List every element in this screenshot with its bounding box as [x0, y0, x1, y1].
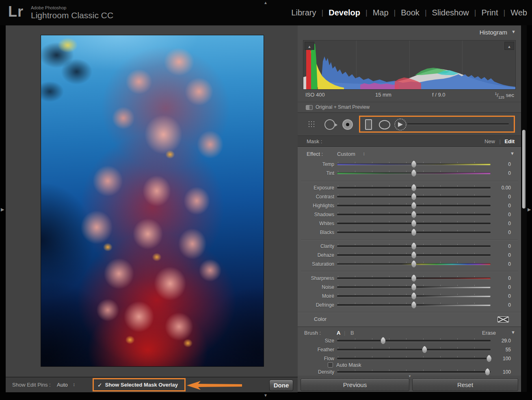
slider-row-shadows: Shadows0 — [298, 210, 521, 219]
nav-separator: | — [474, 9, 476, 17]
size-value: 29.0 — [502, 338, 511, 344]
sharpness-slider[interactable] — [337, 277, 491, 279]
nav-library[interactable]: Library — [291, 8, 316, 17]
whites-slider[interactable] — [337, 223, 491, 224]
dehaze-slider[interactable] — [337, 254, 491, 256]
feather-label: Feather — [298, 347, 334, 353]
feather-value: 55 — [506, 347, 511, 353]
contrast-slider[interactable] — [337, 196, 491, 198]
right-panel-toggle-icon[interactable]: ▶ — [528, 207, 531, 212]
auto-mask-checkbox[interactable] — [328, 362, 333, 368]
feather-slider-ticks — [338, 347, 490, 348]
saturation-slider[interactable] — [337, 263, 491, 265]
show-edit-pins-dropdown[interactable]: Auto — [57, 382, 68, 388]
exposure-label: Exposure — [298, 185, 334, 191]
smart-preview-status[interactable]: Original + Smart Preview — [298, 102, 521, 113]
clarity-value: 0 — [508, 243, 511, 249]
adjustment-brush-icon[interactable] — [394, 118, 407, 131]
highlights-label: Highlights — [298, 203, 334, 209]
crop-overlay-icon[interactable] — [307, 120, 316, 129]
flow-slider[interactable] — [337, 358, 491, 359]
show-edit-pins-updown-icon[interactable]: ↕ — [73, 382, 75, 387]
shadow-clipping-indicator[interactable]: ▲ — [305, 42, 314, 50]
effect-label: Effect : — [307, 151, 323, 157]
density-value: 100 — [503, 369, 511, 375]
brush-collapse-icon[interactable]: ▼ — [511, 330, 515, 335]
photo-canvas-batfish-mask-overlay[interactable] — [41, 35, 264, 367]
clarity-slider[interactable] — [337, 245, 491, 247]
slider-row-exposure: Exposure0.00 — [298, 183, 521, 192]
histogram-header[interactable]: Histogram ▼ — [298, 26, 521, 39]
slider-row-size: Size29.0 — [298, 336, 521, 345]
moire-slider[interactable] — [337, 295, 491, 297]
shadows-value: 0 — [508, 212, 511, 217]
graduated-filter-icon[interactable] — [365, 119, 372, 130]
effect-preset-dropdown[interactable]: Custom — [337, 151, 355, 157]
blacks-slider[interactable] — [337, 232, 491, 233]
mask-overlay-label[interactable]: Show Selected Mask Overlay — [105, 382, 178, 388]
brush-b-button[interactable]: B — [350, 330, 354, 336]
nav-map[interactable]: Map — [373, 8, 389, 17]
temp-slider[interactable] — [337, 163, 491, 165]
mask-label: Mask : — [307, 138, 322, 144]
exif-shutter: 1/125 sec — [495, 92, 514, 99]
exif-aperture: f / 9.0 — [432, 92, 445, 98]
whites-label: Whites — [298, 221, 334, 226]
top-panel-toggle-icon[interactable]: ▲ — [264, 1, 268, 5]
slider-row-sharpness: Sharpness0 — [298, 274, 521, 283]
nav-slideshow[interactable]: Slideshow — [432, 8, 469, 17]
brush-header: Brush : A | B Erase ▼ — [298, 329, 521, 337]
brush-a-button[interactable]: A — [337, 330, 340, 336]
slider-row-contrast: Contrast0 — [298, 192, 521, 201]
nav-web[interactable]: Web — [510, 8, 527, 17]
nav-print[interactable]: Print — [481, 8, 498, 17]
exif-info-row: ISO 400 15 mm f / 9.0 1/125 sec — [303, 92, 516, 100]
mask-bar: Mask : New | Edit — [298, 136, 521, 147]
histogram-collapse-icon[interactable]: ▼ — [511, 29, 516, 34]
done-button[interactable]: Done — [269, 380, 293, 391]
left-panel-expand-icon[interactable]: ▶ — [1, 207, 4, 212]
panel-scrollbar-thumb[interactable] — [522, 130, 526, 209]
nav-separator: | — [322, 9, 324, 17]
slider-row-blacks: Blacks0 — [298, 228, 521, 237]
shadows-slider[interactable] — [337, 214, 491, 215]
right-panel-edge-strip[interactable]: ▶ — [527, 25, 532, 392]
mask-new-button[interactable]: New — [484, 138, 495, 144]
reset-button[interactable]: Reset — [412, 378, 518, 391]
nav-separator: | — [365, 9, 368, 17]
exif-focal-length: 15 mm — [375, 92, 391, 98]
mask-overlay-checkbox[interactable]: ✓ — [97, 382, 102, 388]
nav-develop[interactable]: Develop — [329, 8, 360, 17]
highlights-value: 0 — [508, 203, 511, 209]
histogram-graph[interactable]: ▲ ▲ — [303, 40, 516, 90]
previous-button[interactable]: Previous — [301, 378, 409, 391]
density-slider[interactable] — [337, 371, 491, 373]
panel-scrollbar[interactable] — [521, 25, 527, 392]
sharpness-label: Sharpness — [298, 275, 334, 281]
histogram-title: Histogram — [480, 29, 507, 36]
nav-book[interactable]: Book — [401, 8, 420, 17]
highlight-clipping-indicator[interactable]: ▲ — [504, 42, 514, 50]
size-slider[interactable] — [337, 340, 491, 342]
auto-mask-label: Auto Mask — [336, 362, 361, 368]
panel-scroll-down-icon[interactable]: ▼ — [408, 374, 411, 378]
noise-slider[interactable] — [337, 286, 491, 288]
exposure-value: 0.00 — [502, 185, 511, 191]
left-panel-collapsed-strip[interactable]: ▶ — [0, 25, 6, 392]
defringe-slider[interactable] — [337, 304, 491, 306]
radial-filter-icon[interactable] — [379, 120, 390, 129]
bottom-panel-toggle-icon[interactable]: ▼ — [264, 394, 268, 398]
effect-collapse-icon[interactable]: ▼ — [510, 151, 515, 156]
exposure-slider[interactable] — [337, 187, 491, 189]
slider-row-dehaze: Dehaze0 — [298, 251, 521, 260]
effect-preset-updown-icon[interactable]: ↕ — [363, 151, 365, 157]
red-eye-correction-icon[interactable] — [342, 119, 353, 130]
highlights-slider[interactable] — [337, 205, 491, 206]
color-swatch-none-icon[interactable] — [497, 316, 509, 323]
flow-slider-ticks — [338, 356, 490, 357]
tint-slider[interactable] — [337, 172, 491, 174]
mask-edit-button[interactable]: Edit — [504, 138, 515, 144]
brush-erase-button[interactable]: Erase — [482, 330, 496, 336]
spot-removal-icon[interactable] — [324, 119, 335, 130]
feather-slider[interactable] — [337, 349, 491, 351]
